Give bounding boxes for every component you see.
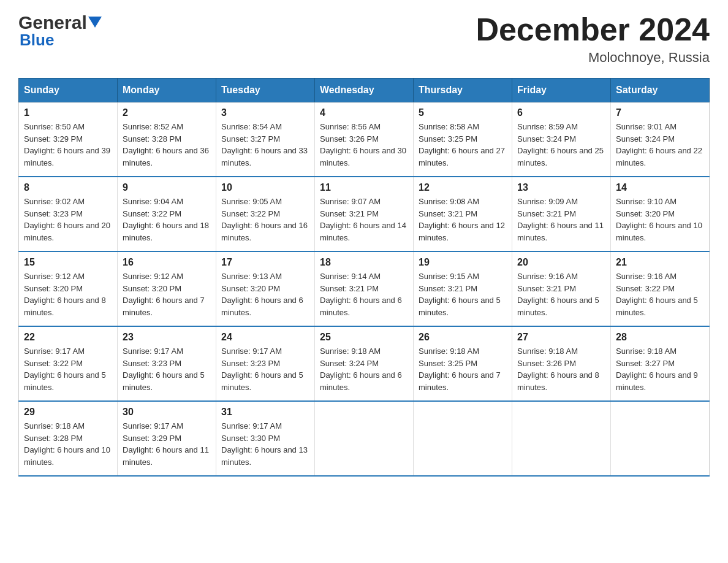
day-info: Sunrise: 9:12 AMSunset: 3:20 PMDaylight:… xyxy=(123,270,211,318)
day-info: Sunrise: 8:52 AMSunset: 3:28 PMDaylight:… xyxy=(123,121,211,169)
svg-marker-0 xyxy=(88,17,102,28)
table-row: 23Sunrise: 9:17 AMSunset: 3:23 PMDayligh… xyxy=(118,326,216,401)
day-number: 16 xyxy=(123,257,211,268)
day-number: 8 xyxy=(24,182,112,193)
header-wednesday: Wednesday xyxy=(315,79,414,102)
day-info: Sunrise: 9:12 AMSunset: 3:20 PMDaylight:… xyxy=(24,270,112,318)
table-row: 16Sunrise: 9:12 AMSunset: 3:20 PMDayligh… xyxy=(118,251,216,326)
day-number: 4 xyxy=(320,107,408,118)
day-number: 30 xyxy=(123,407,211,418)
day-number: 29 xyxy=(24,407,112,418)
day-number: 11 xyxy=(320,182,408,193)
table-row: 18Sunrise: 9:14 AMSunset: 3:21 PMDayligh… xyxy=(315,251,414,326)
logo-blue-text: Blue xyxy=(20,31,54,50)
table-row: 15Sunrise: 9:12 AMSunset: 3:20 PMDayligh… xyxy=(19,251,118,326)
day-info: Sunrise: 9:10 AMSunset: 3:20 PMDaylight:… xyxy=(616,196,704,243)
day-number: 9 xyxy=(123,182,211,193)
calendar-week-row: 15Sunrise: 9:12 AMSunset: 3:20 PMDayligh… xyxy=(19,251,710,326)
calendar-week-row: 8Sunrise: 9:02 AMSunset: 3:23 PMDaylight… xyxy=(19,177,710,251)
day-number: 22 xyxy=(24,332,112,343)
day-number: 14 xyxy=(616,182,704,193)
day-number: 10 xyxy=(221,182,309,193)
day-number: 13 xyxy=(517,182,605,193)
day-number: 24 xyxy=(221,332,309,343)
table-row: 31Sunrise: 9:17 AMSunset: 3:30 PMDayligh… xyxy=(216,401,315,476)
calendar-week-row: 1Sunrise: 8:50 AMSunset: 3:29 PMDaylight… xyxy=(19,102,710,177)
day-number: 31 xyxy=(221,407,309,418)
day-number: 12 xyxy=(419,182,507,193)
table-row: 21Sunrise: 9:16 AMSunset: 3:22 PMDayligh… xyxy=(611,251,710,326)
table-row: 10Sunrise: 9:05 AMSunset: 3:22 PMDayligh… xyxy=(216,177,315,251)
table-row: 11Sunrise: 9:07 AMSunset: 3:21 PMDayligh… xyxy=(315,177,414,251)
table-row xyxy=(315,401,414,476)
calendar-week-row: 22Sunrise: 9:17 AMSunset: 3:22 PMDayligh… xyxy=(19,326,710,401)
table-row: 14Sunrise: 9:10 AMSunset: 3:20 PMDayligh… xyxy=(611,177,710,251)
table-row: 2Sunrise: 8:52 AMSunset: 3:28 PMDaylight… xyxy=(118,102,216,177)
day-number: 6 xyxy=(517,107,605,118)
day-info: Sunrise: 9:16 AMSunset: 3:22 PMDaylight:… xyxy=(616,270,704,318)
header-thursday: Thursday xyxy=(414,79,512,102)
header-friday: Friday xyxy=(512,79,611,102)
day-info: Sunrise: 8:56 AMSunset: 3:26 PMDaylight:… xyxy=(320,121,408,169)
day-number: 7 xyxy=(616,107,704,118)
day-number: 19 xyxy=(419,257,507,268)
calendar-subtitle: Molochnoye, Russia xyxy=(476,50,710,66)
table-row xyxy=(611,401,710,476)
day-number: 27 xyxy=(517,332,605,343)
day-info: Sunrise: 9:16 AMSunset: 3:21 PMDaylight:… xyxy=(517,270,605,318)
table-row: 25Sunrise: 9:18 AMSunset: 3:24 PMDayligh… xyxy=(315,326,414,401)
table-row: 5Sunrise: 8:58 AMSunset: 3:25 PMDaylight… xyxy=(414,102,512,177)
day-number: 28 xyxy=(616,332,704,343)
day-info: Sunrise: 9:17 AMSunset: 3:30 PMDaylight:… xyxy=(221,420,309,468)
table-row: 29Sunrise: 9:18 AMSunset: 3:28 PMDayligh… xyxy=(19,401,118,476)
page-header: General Blue December 2024 Molochnoye, R… xyxy=(18,12,710,66)
day-number: 3 xyxy=(221,107,309,118)
table-row: 27Sunrise: 9:18 AMSunset: 3:26 PMDayligh… xyxy=(512,326,611,401)
logo-arrow-icon xyxy=(88,17,102,30)
day-info: Sunrise: 9:18 AMSunset: 3:27 PMDaylight:… xyxy=(616,345,704,393)
day-info: Sunrise: 9:18 AMSunset: 3:28 PMDaylight:… xyxy=(24,420,112,468)
table-row: 7Sunrise: 9:01 AMSunset: 3:24 PMDaylight… xyxy=(611,102,710,177)
day-info: Sunrise: 9:01 AMSunset: 3:24 PMDaylight:… xyxy=(616,121,704,169)
table-row: 20Sunrise: 9:16 AMSunset: 3:21 PMDayligh… xyxy=(512,251,611,326)
day-number: 15 xyxy=(24,257,112,268)
calendar-week-row: 29Sunrise: 9:18 AMSunset: 3:28 PMDayligh… xyxy=(19,401,710,476)
table-row: 30Sunrise: 9:17 AMSunset: 3:29 PMDayligh… xyxy=(118,401,216,476)
day-number: 20 xyxy=(517,257,605,268)
day-info: Sunrise: 9:18 AMSunset: 3:26 PMDaylight:… xyxy=(517,345,605,393)
day-info: Sunrise: 8:54 AMSunset: 3:27 PMDaylight:… xyxy=(221,121,309,169)
day-info: Sunrise: 9:04 AMSunset: 3:22 PMDaylight:… xyxy=(123,196,211,243)
calendar-title: December 2024 xyxy=(476,12,710,47)
day-info: Sunrise: 9:02 AMSunset: 3:23 PMDaylight:… xyxy=(24,196,112,243)
day-info: Sunrise: 9:13 AMSunset: 3:20 PMDaylight:… xyxy=(221,270,309,318)
title-block: December 2024 Molochnoye, Russia xyxy=(476,12,710,66)
table-row xyxy=(414,401,512,476)
day-number: 23 xyxy=(123,332,211,343)
day-info: Sunrise: 8:58 AMSunset: 3:25 PMDaylight:… xyxy=(419,121,507,169)
header-tuesday: Tuesday xyxy=(216,79,315,102)
table-row: 8Sunrise: 9:02 AMSunset: 3:23 PMDaylight… xyxy=(19,177,118,251)
logo: General Blue xyxy=(18,12,102,50)
day-info: Sunrise: 9:09 AMSunset: 3:21 PMDaylight:… xyxy=(517,196,605,243)
header-sunday: Sunday xyxy=(19,79,118,102)
table-row: 19Sunrise: 9:15 AMSunset: 3:21 PMDayligh… xyxy=(414,251,512,326)
table-row: 1Sunrise: 8:50 AMSunset: 3:29 PMDaylight… xyxy=(19,102,118,177)
day-info: Sunrise: 9:05 AMSunset: 3:22 PMDaylight:… xyxy=(221,196,309,243)
day-info: Sunrise: 8:50 AMSunset: 3:29 PMDaylight:… xyxy=(24,121,112,169)
table-row: 17Sunrise: 9:13 AMSunset: 3:20 PMDayligh… xyxy=(216,251,315,326)
day-info: Sunrise: 9:17 AMSunset: 3:23 PMDaylight:… xyxy=(123,345,211,393)
logo-general-text: General xyxy=(18,12,87,33)
day-info: Sunrise: 9:15 AMSunset: 3:21 PMDaylight:… xyxy=(419,270,507,318)
table-row: 4Sunrise: 8:56 AMSunset: 3:26 PMDaylight… xyxy=(315,102,414,177)
table-row: 22Sunrise: 9:17 AMSunset: 3:22 PMDayligh… xyxy=(19,326,118,401)
day-number: 26 xyxy=(419,332,507,343)
table-row: 12Sunrise: 9:08 AMSunset: 3:21 PMDayligh… xyxy=(414,177,512,251)
day-number: 18 xyxy=(320,257,408,268)
table-row: 13Sunrise: 9:09 AMSunset: 3:21 PMDayligh… xyxy=(512,177,611,251)
day-number: 5 xyxy=(419,107,507,118)
day-info: Sunrise: 9:18 AMSunset: 3:24 PMDaylight:… xyxy=(320,345,408,393)
calendar-header-row: Sunday Monday Tuesday Wednesday Thursday… xyxy=(19,79,710,102)
day-info: Sunrise: 9:14 AMSunset: 3:21 PMDaylight:… xyxy=(320,270,408,318)
table-row: 9Sunrise: 9:04 AMSunset: 3:22 PMDaylight… xyxy=(118,177,216,251)
day-info: Sunrise: 8:59 AMSunset: 3:24 PMDaylight:… xyxy=(517,121,605,169)
